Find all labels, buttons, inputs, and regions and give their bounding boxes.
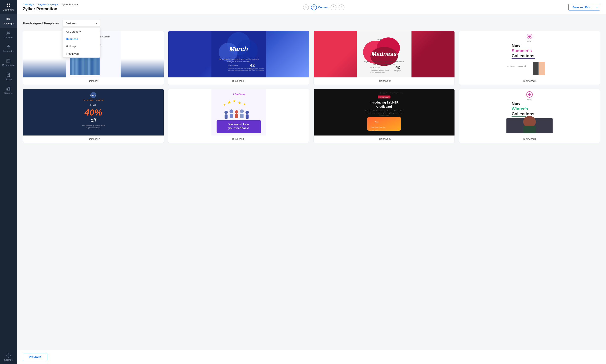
category-option-business[interactable]: Business bbox=[63, 35, 100, 43]
step-4[interactable]: 4 bbox=[338, 4, 345, 10]
step-2[interactable]: 2 Content bbox=[311, 4, 328, 10]
step-1[interactable]: 1 bbox=[303, 4, 309, 10]
templates-grid-row1: trainings deliver the quality of materni… bbox=[23, 31, 600, 85]
sidebar-item-automation[interactable]: Automation bbox=[0, 42, 17, 55]
template-thumb-b39: Month of Reading Madness May this beauti… bbox=[314, 31, 454, 78]
template-name-b37: Business37 bbox=[23, 135, 164, 143]
svg-text:✦ SaaSway: ✦ SaaSway bbox=[232, 93, 245, 95]
sidebar-item-reports[interactable]: Reports bbox=[0, 83, 17, 97]
template-thumb-b36: ✦ SaaSway ★ ★ ★ ★ ★ bbox=[168, 89, 309, 135]
template-section-header: Pre-designed Templates Business ▾ All Ca… bbox=[23, 20, 600, 27]
svg-text:your feedback!: your feedback! bbox=[228, 127, 249, 130]
sidebar-item-campaigns[interactable]: Campaigns bbox=[0, 14, 17, 28]
svg-text:Truth behind: Truth behind bbox=[228, 64, 238, 66]
grid-icon bbox=[6, 3, 11, 8]
svg-text:New Launch: New Launch bbox=[380, 97, 388, 98]
svg-text:MOON: MOON bbox=[527, 40, 532, 42]
sidebar-item-settings[interactable]: Settings bbox=[0, 350, 17, 364]
svg-text:THIS JULY MONTH: THIS JULY MONTH bbox=[83, 99, 104, 101]
sidebar-item-contacts[interactable]: Contacts bbox=[0, 28, 17, 42]
step-2-label: Content bbox=[318, 6, 328, 9]
svg-text:This point you all agreed to B: This point you all agreed to Bullet bbox=[371, 70, 389, 71]
sidebar-item-ecommerce[interactable]: Ecommerce bbox=[0, 55, 17, 69]
template-thumb-b35: ■ recorder Login to zylker.com New Launc… bbox=[314, 89, 454, 135]
svg-rect-1 bbox=[9, 4, 10, 5]
svg-text:M: M bbox=[529, 34, 530, 36]
template-thumb-b37: eShop THIS JULY MONTH FLAT 40% off Save … bbox=[23, 89, 164, 135]
save-exit-button-wrap: Save and Exit ▾ bbox=[568, 4, 600, 11]
sidebar-item-dashboard[interactable]: Dashboard bbox=[0, 0, 17, 14]
svg-point-120 bbox=[523, 116, 536, 128]
svg-point-15 bbox=[8, 355, 9, 356]
category-option-holidays[interactable]: Holidays bbox=[63, 43, 100, 50]
megaphone-icon bbox=[6, 17, 11, 21]
breadcrumb-campaigns[interactable]: Campaigns bbox=[23, 3, 35, 6]
template-name-b34: Business34 bbox=[459, 135, 600, 143]
steps-nav: 1 2 Content 3 4 bbox=[303, 4, 345, 10]
template-card-b39[interactable]: Month of Reading Madness May this beauti… bbox=[313, 31, 455, 85]
svg-rect-85 bbox=[225, 115, 228, 119]
sidebar: Dashboard Campaigns Contacts Automation bbox=[0, 0, 17, 364]
users-icon bbox=[6, 31, 11, 35]
svg-text:★: ★ bbox=[243, 103, 246, 106]
svg-point-88 bbox=[235, 110, 238, 114]
template-card-b40[interactable]: March May this beautiful occasion of eid… bbox=[168, 31, 309, 85]
save-exit-dropdown-arrow[interactable]: ▾ bbox=[594, 4, 600, 11]
svg-text:make your life even more beaut: make your life even more beautiful. bbox=[373, 64, 396, 65]
bar-chart-icon bbox=[6, 86, 11, 91]
svg-text:May this beautiful occasion of: May this beautiful occasion of eid gives… bbox=[364, 61, 404, 63]
chevron-down-icon: ▾ bbox=[96, 22, 97, 25]
svg-rect-107 bbox=[367, 117, 401, 131]
previous-button[interactable]: Previous bbox=[23, 353, 47, 361]
template-card-b36[interactable]: ✦ SaaSway ★ ★ ★ ★ ★ bbox=[168, 89, 309, 143]
svg-rect-3 bbox=[9, 6, 10, 7]
svg-point-86 bbox=[230, 109, 233, 113]
svg-text:★: ★ bbox=[238, 101, 242, 105]
sidebar-label-automation: Automation bbox=[2, 50, 14, 52]
sidebar-item-library[interactable]: Library bbox=[0, 69, 17, 83]
svg-rect-89 bbox=[235, 114, 238, 118]
template-card-b37[interactable]: eShop THIS JULY MONTH FLAT 40% off Save … bbox=[23, 89, 164, 143]
breadcrumb-regular[interactable]: Regular Campaigns bbox=[38, 3, 58, 6]
step-3[interactable]: 3 bbox=[331, 4, 336, 10]
step-1-circle: 1 bbox=[303, 4, 309, 10]
step-2-circle: 2 bbox=[311, 4, 317, 10]
svg-text:We would love: We would love bbox=[229, 123, 249, 126]
svg-point-113 bbox=[528, 93, 531, 96]
svg-text:Quisque commodo elit: Quisque commodo elit bbox=[507, 65, 527, 67]
svg-rect-66 bbox=[539, 62, 545, 75]
svg-text:★: ★ bbox=[232, 99, 236, 103]
template-card-b35[interactable]: ■ recorder Login to zylker.com New Launc… bbox=[313, 89, 455, 143]
page-title: Zylker Promotion bbox=[23, 7, 79, 11]
svg-text:Winter's: Winter's bbox=[512, 106, 528, 111]
category-option-all[interactable]: All Category bbox=[63, 28, 100, 35]
svg-text:40%: 40% bbox=[84, 107, 102, 117]
svg-rect-0 bbox=[7, 4, 8, 5]
gear-icon bbox=[6, 353, 11, 358]
svg-rect-14 bbox=[10, 87, 10, 91]
svg-point-5 bbox=[9, 32, 10, 33]
templates-grid-row2: eShop THIS JULY MONTH FLAT 40% off Save … bbox=[23, 89, 600, 143]
template-thumb-b38: M MOON New Summer's Collections Quisque … bbox=[459, 31, 600, 78]
cart-icon bbox=[6, 58, 11, 63]
category-dropdown-btn[interactable]: Business ▾ bbox=[62, 20, 100, 27]
dropdown-selected-value: Business bbox=[65, 22, 77, 25]
template-card-b34[interactable]: MOON New Winter's Collections Business34 bbox=[459, 89, 600, 143]
svg-text:Madness: Madness bbox=[372, 51, 397, 57]
svg-text:Credit card: Credit card bbox=[376, 105, 392, 108]
save-exit-button[interactable]: Save and Exit bbox=[568, 4, 594, 11]
zap-icon bbox=[6, 45, 11, 49]
category-option-thankyou[interactable]: Thank you bbox=[63, 50, 100, 57]
svg-text:rewards on everything you buy : rewards on everything you buy 1 to every… bbox=[367, 112, 401, 114]
svg-text:Truth behind: Truth behind bbox=[371, 67, 380, 69]
svg-text:This point you all agreed to B: This point you all agreed to Bullet prin… bbox=[228, 67, 264, 69]
svg-point-4 bbox=[7, 32, 9, 33]
step-4-circle: 4 bbox=[338, 4, 345, 10]
svg-text:New: New bbox=[512, 43, 521, 48]
template-name-b38: Business38 bbox=[459, 78, 600, 85]
svg-text:■ recorder: ■ recorder bbox=[380, 92, 388, 94]
svg-point-92 bbox=[245, 111, 249, 114]
svg-rect-2 bbox=[7, 6, 8, 7]
svg-text:New: New bbox=[512, 101, 521, 106]
template-card-b38[interactable]: M MOON New Summer's Collections Quisque … bbox=[459, 31, 600, 85]
